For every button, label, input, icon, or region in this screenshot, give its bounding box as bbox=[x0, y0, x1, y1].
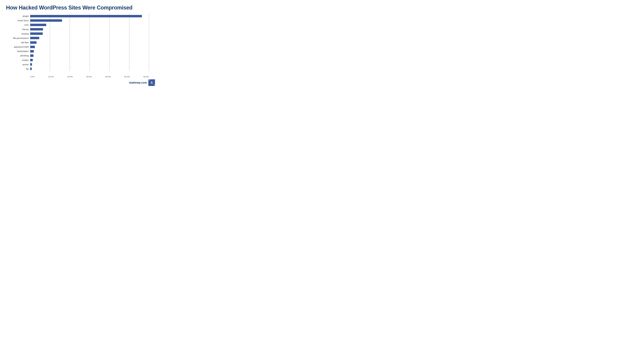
bar-row: plugin bbox=[30, 14, 149, 18]
x-axis-label: 20.0% bbox=[67, 75, 73, 78]
bar bbox=[30, 15, 142, 17]
footer-text: stablewp.com bbox=[129, 81, 147, 84]
bar bbox=[30, 50, 34, 52]
bar-row: insider bbox=[30, 58, 149, 62]
bar-label: core bbox=[6, 23, 29, 26]
bar-label: hosting bbox=[6, 32, 29, 35]
bar-row: brute force bbox=[30, 18, 149, 23]
chart-area: pluginbrute forcecorethemehostingfile pe… bbox=[6, 14, 155, 78]
x-axis: 0.0%10.0%20.0%30.0%40.0%50.0%60.0% bbox=[30, 75, 149, 78]
bar bbox=[30, 46, 35, 48]
bar-label: brute force bbox=[6, 19, 29, 22]
bar-label: ftp bbox=[6, 67, 29, 70]
bar-label: server bbox=[6, 63, 29, 66]
bars-container: pluginbrute forcecorethemehostingfile pe… bbox=[30, 14, 149, 71]
bar-row: password theft bbox=[30, 45, 149, 49]
footer: stablewp.com S bbox=[6, 79, 155, 86]
bar-label: old files bbox=[6, 41, 29, 44]
bar bbox=[30, 59, 33, 61]
bar-row: core bbox=[30, 23, 149, 27]
x-axis-label: 30.0% bbox=[86, 75, 92, 78]
x-axis-label: 60.0% bbox=[144, 75, 149, 78]
bar-row: old files bbox=[30, 40, 149, 45]
bar-row: hosting bbox=[30, 31, 149, 36]
bar-row: server bbox=[30, 62, 149, 67]
bar-row: file permissions bbox=[30, 36, 149, 40]
bar bbox=[30, 67, 32, 70]
bar bbox=[30, 41, 36, 44]
x-axis-label: 10.0% bbox=[48, 75, 54, 78]
footer-logo: S bbox=[148, 79, 155, 86]
bar-label: password theft bbox=[6, 45, 29, 48]
bar bbox=[30, 19, 62, 22]
x-axis-label: 50.0% bbox=[124, 75, 130, 78]
x-axis-label: 40.0% bbox=[105, 75, 111, 78]
x-axis-label: 0.0% bbox=[30, 75, 35, 78]
bar-label: file permissions bbox=[6, 37, 29, 39]
bar-label: theme bbox=[6, 28, 29, 31]
bar-row: workstation bbox=[30, 49, 149, 53]
bar-label: phishing bbox=[6, 54, 29, 57]
bar bbox=[30, 63, 32, 66]
bar bbox=[30, 54, 34, 57]
bar-row: ftp bbox=[30, 67, 149, 71]
bar-label: workstation bbox=[6, 50, 29, 52]
bar-label: insider bbox=[6, 59, 29, 61]
bar-row: theme bbox=[30, 27, 149, 31]
bar bbox=[30, 24, 46, 26]
bar bbox=[30, 37, 39, 39]
bar bbox=[30, 28, 43, 30]
bar bbox=[30, 32, 43, 35]
bar-label: plugin bbox=[6, 15, 29, 17]
chart-title: How Hacked WordPress Sites Were Compromi… bbox=[6, 4, 155, 11]
bar-row: phishing bbox=[30, 53, 149, 58]
